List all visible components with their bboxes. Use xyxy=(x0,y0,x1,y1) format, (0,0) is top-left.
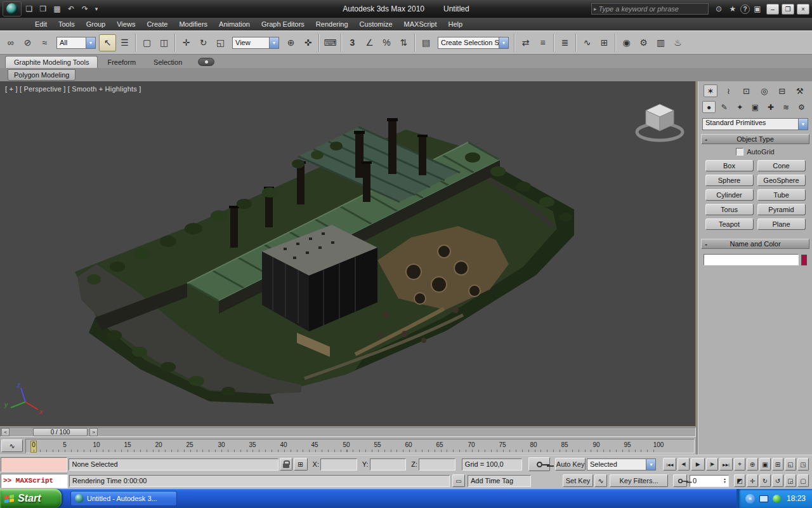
rendered-frame-window-button[interactable]: ▥ xyxy=(652,34,669,51)
maximize-button[interactable]: ❐ xyxy=(782,4,794,15)
open-mini-curve-editor-button[interactable]: ∿ xyxy=(1,439,23,452)
bind-to-space-warp-button[interactable]: ≈ xyxy=(36,34,53,51)
render-production-button[interactable]: ♨ xyxy=(669,34,686,51)
snaps-toggle-button[interactable]: 3 xyxy=(344,34,361,51)
time-slider-track[interactable] xyxy=(0,427,696,437)
menu-item-customize[interactable]: Customize xyxy=(354,18,398,30)
select-and-link-button[interactable]: ∞ xyxy=(2,34,19,51)
use-pivot-point-button[interactable]: ⊕ xyxy=(282,34,299,51)
auto-key-button[interactable]: Auto Key xyxy=(555,458,586,471)
tray-chevron-icon[interactable]: « xyxy=(745,494,755,504)
communication-center-icon[interactable]: ▣ xyxy=(751,3,764,15)
region-zoom-button[interactable]: ◱ xyxy=(785,458,796,471)
tab-selection[interactable]: Selection xyxy=(145,57,190,68)
percent-snap-toggle[interactable]: % xyxy=(378,34,395,51)
go-to-end-button[interactable]: ▶▶| xyxy=(719,458,733,471)
previous-frame-arrow[interactable]: < xyxy=(1,428,10,436)
selection-lock-toggle[interactable] xyxy=(280,458,292,471)
infocenter-search-box[interactable]: ▸ xyxy=(591,3,709,15)
application-menu-button[interactable] xyxy=(3,1,22,17)
zoom-extents-button[interactable]: ▣ xyxy=(759,458,771,471)
save-file-icon[interactable]: ▦ xyxy=(51,3,63,15)
set-key-button[interactable]: Set Key xyxy=(563,474,593,487)
key-filters-button[interactable]: Key Filters... xyxy=(610,474,668,487)
tube-button[interactable]: Tube xyxy=(757,189,806,201)
curve-editor-button[interactable]: ∿ xyxy=(579,34,596,51)
dropdown-arrow-icon[interactable]: ▼ xyxy=(269,37,278,48)
dropdown-arrow-icon[interactable]: ▼ xyxy=(86,37,95,48)
tab-freeform[interactable]: Freeform xyxy=(99,57,144,68)
schematic-view-button[interactable]: ⊞ xyxy=(596,34,613,51)
minimize-button[interactable]: – xyxy=(766,4,779,15)
viewport-label[interactable]: [ + ] [ Perspective ] [ Smooth + Highlig… xyxy=(5,85,141,93)
search-history-icon[interactable]: ▸ xyxy=(592,6,599,12)
taskbar-item-3dsmax[interactable]: Untitled - Autodesk 3... xyxy=(70,491,177,506)
tab-utilities-icon[interactable]: ⚒ xyxy=(793,84,807,97)
primitives-dropdown[interactable]: Standard Primitives ▼ xyxy=(702,118,808,130)
category-lights-icon[interactable]: ✦ xyxy=(733,101,747,113)
tab-graphite-modeling-tools[interactable]: Graphite Modeling Tools xyxy=(5,56,98,68)
go-to-start-button[interactable]: |◀◀ xyxy=(663,458,676,471)
time-slider[interactable]: < 0 / 100 > xyxy=(0,427,696,438)
viewcube[interactable] xyxy=(637,104,683,140)
absolute-mode-toggle[interactable]: ⊞ xyxy=(294,458,308,471)
pyramid-button[interactable]: Pyramid xyxy=(757,204,806,215)
name-color-rollout-header[interactable]: - Name and Color xyxy=(701,239,809,249)
selection-filter-dropdown[interactable]: All ▼ xyxy=(56,37,96,49)
select-by-name-button[interactable]: ☰ xyxy=(116,34,133,51)
viewport-canvas[interactable]: z y x xyxy=(0,81,695,425)
zoom-button[interactable]: ⌖ xyxy=(734,458,745,471)
object-name-input[interactable] xyxy=(704,254,799,265)
2d-pan-zoom-button[interactable]: ◩ xyxy=(734,474,745,487)
key-selection-dropdown[interactable]: Selected ▼ xyxy=(587,458,656,471)
select-and-manipulate-button[interactable]: ✜ xyxy=(299,34,317,51)
new-scene-icon[interactable]: ❏ xyxy=(23,3,36,15)
category-shapes-icon[interactable]: ✎ xyxy=(717,101,731,113)
orbit-button[interactable]: ↻ xyxy=(759,474,771,487)
dropdown-arrow-icon[interactable]: ▼ xyxy=(798,119,808,130)
select-and-scale-button[interactable]: ◱ xyxy=(212,34,229,51)
x-coord-field[interactable] xyxy=(320,458,357,471)
box-button[interactable]: Box xyxy=(705,160,754,171)
maxscript-mini-listener[interactable]: >> MAXScript xyxy=(1,474,68,488)
tab-display-icon[interactable]: ⊟ xyxy=(775,84,789,97)
menu-item-edit[interactable]: Edit xyxy=(29,18,53,30)
object-type-rollout-header[interactable]: - Object Type xyxy=(701,134,809,144)
menu-item-animation[interactable]: Animation xyxy=(213,18,256,30)
category-cameras-icon[interactable]: ▣ xyxy=(749,101,762,113)
spinner-down-icon[interactable]: ▾ xyxy=(724,481,726,484)
named-selection-sets-dropdown[interactable]: Create Selection Se ▼ xyxy=(438,37,509,49)
teapot-button[interactable]: Teapot xyxy=(705,218,754,230)
next-frame-arrow[interactable]: > xyxy=(89,428,98,436)
walkthrough-button[interactable]: ◲ xyxy=(785,474,796,487)
object-color-swatch[interactable] xyxy=(801,255,807,265)
category-systems-icon[interactable]: ⚙ xyxy=(795,101,808,113)
geosphere-button[interactable]: GeoSphere xyxy=(757,175,806,186)
zoom-extents-all-button[interactable]: ⊞ xyxy=(772,458,783,471)
add-time-tag-field[interactable]: Add Time Tag xyxy=(468,475,531,487)
tab-create-icon[interactable]: ✶ xyxy=(704,84,717,97)
pan-button[interactable]: ✛ xyxy=(747,474,758,487)
category-helpers-icon[interactable]: ✚ xyxy=(764,101,777,113)
menu-item-help[interactable]: Help xyxy=(443,18,469,30)
arc-rotate-button[interactable]: ↺ xyxy=(772,474,783,487)
dropdown-arrow-icon[interactable]: ▼ xyxy=(646,459,655,470)
sphere-button[interactable]: Sphere xyxy=(705,175,754,186)
help-icon[interactable]: ? xyxy=(740,4,750,14)
plane-button[interactable]: Plane xyxy=(757,218,806,230)
autogrid-checkbox[interactable] xyxy=(736,148,743,156)
category-space-warps-icon[interactable]: ≋ xyxy=(780,101,793,113)
maxscript-mini-listener-macro[interactable] xyxy=(1,457,67,472)
key-mode-toggle-button[interactable] xyxy=(673,474,687,487)
play-animation-button[interactable]: ▶ xyxy=(691,458,705,471)
menu-item-create[interactable]: Create xyxy=(141,18,173,30)
menu-item-modifiers[interactable]: Modifiers xyxy=(173,18,213,30)
render-setup-button[interactable]: ⚙ xyxy=(635,34,652,51)
maximize-viewport-button[interactable]: ▢ xyxy=(797,474,809,487)
frame-spinner[interactable]: ▴ ▾ xyxy=(724,478,726,484)
track-bar[interactable]: ∿ 0 5 10 15 20 25 30 35 40 45 50 55 60 6… xyxy=(0,438,696,455)
maxscript-listener-button[interactable]: ▭ xyxy=(452,474,465,487)
open-file-icon[interactable]: ❒ xyxy=(37,3,49,15)
redo-icon[interactable]: ↷ xyxy=(79,3,91,15)
tab-modify-icon[interactable]: ≀ xyxy=(721,84,735,97)
